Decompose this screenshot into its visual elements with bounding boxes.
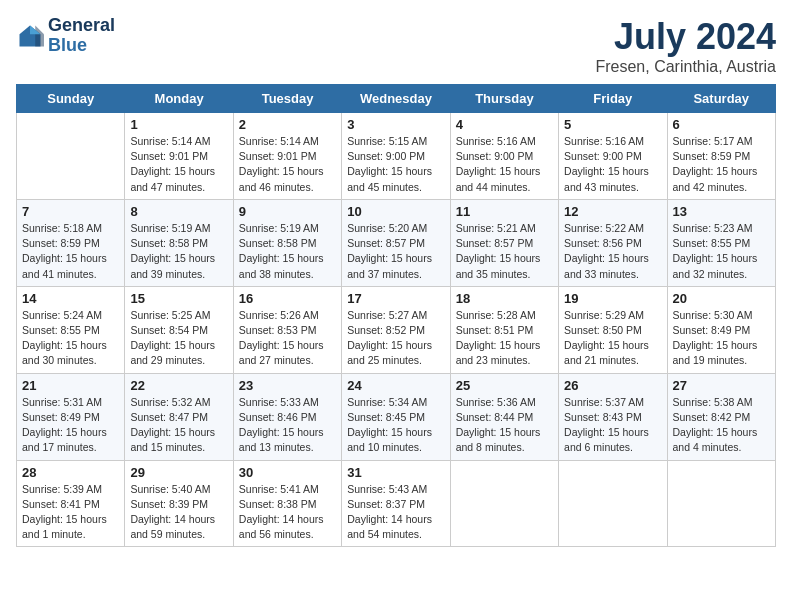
calendar-week-row: 14Sunrise: 5:24 AM Sunset: 8:55 PM Dayli… [17,286,776,373]
day-number: 27 [673,378,770,393]
day-number: 6 [673,117,770,132]
day-content: Sunrise: 5:31 AM Sunset: 8:49 PM Dayligh… [22,395,119,456]
day-number: 12 [564,204,661,219]
day-content: Sunrise: 5:36 AM Sunset: 8:44 PM Dayligh… [456,395,553,456]
calendar-cell: 4Sunrise: 5:16 AM Sunset: 9:00 PM Daylig… [450,113,558,200]
logo: General Blue [16,16,115,56]
calendar-cell [17,113,125,200]
day-content: Sunrise: 5:22 AM Sunset: 8:56 PM Dayligh… [564,221,661,282]
day-content: Sunrise: 5:21 AM Sunset: 8:57 PM Dayligh… [456,221,553,282]
calendar-cell: 31Sunrise: 5:43 AM Sunset: 8:37 PM Dayli… [342,460,450,547]
calendar-body: 1Sunrise: 5:14 AM Sunset: 9:01 PM Daylig… [17,113,776,547]
day-number: 18 [456,291,553,306]
calendar-cell: 28Sunrise: 5:39 AM Sunset: 8:41 PM Dayli… [17,460,125,547]
day-number: 9 [239,204,336,219]
weekday-header-cell: Sunday [17,85,125,113]
calendar-cell: 11Sunrise: 5:21 AM Sunset: 8:57 PM Dayli… [450,199,558,286]
month-year-title: July 2024 [595,16,776,58]
day-content: Sunrise: 5:16 AM Sunset: 9:00 PM Dayligh… [456,134,553,195]
day-number: 2 [239,117,336,132]
day-content: Sunrise: 5:23 AM Sunset: 8:55 PM Dayligh… [673,221,770,282]
calendar-week-row: 1Sunrise: 5:14 AM Sunset: 9:01 PM Daylig… [17,113,776,200]
day-content: Sunrise: 5:14 AM Sunset: 9:01 PM Dayligh… [130,134,227,195]
weekday-header-cell: Friday [559,85,667,113]
calendar-cell: 19Sunrise: 5:29 AM Sunset: 8:50 PM Dayli… [559,286,667,373]
page-header: General Blue July 2024 Fresen, Carinthia… [16,16,776,76]
day-number: 23 [239,378,336,393]
day-content: Sunrise: 5:17 AM Sunset: 8:59 PM Dayligh… [673,134,770,195]
calendar-cell: 17Sunrise: 5:27 AM Sunset: 8:52 PM Dayli… [342,286,450,373]
day-number: 31 [347,465,444,480]
day-number: 8 [130,204,227,219]
calendar-week-row: 7Sunrise: 5:18 AM Sunset: 8:59 PM Daylig… [17,199,776,286]
calendar-cell: 8Sunrise: 5:19 AM Sunset: 8:58 PM Daylig… [125,199,233,286]
day-number: 20 [673,291,770,306]
calendar-cell: 22Sunrise: 5:32 AM Sunset: 8:47 PM Dayli… [125,373,233,460]
calendar-cell: 5Sunrise: 5:16 AM Sunset: 9:00 PM Daylig… [559,113,667,200]
calendar-cell: 1Sunrise: 5:14 AM Sunset: 9:01 PM Daylig… [125,113,233,200]
weekday-header-cell: Saturday [667,85,775,113]
day-content: Sunrise: 5:41 AM Sunset: 8:38 PM Dayligh… [239,482,336,543]
day-number: 28 [22,465,119,480]
location-subtitle: Fresen, Carinthia, Austria [595,58,776,76]
svg-marker-1 [35,25,44,46]
day-content: Sunrise: 5:24 AM Sunset: 8:55 PM Dayligh… [22,308,119,369]
calendar-cell: 26Sunrise: 5:37 AM Sunset: 8:43 PM Dayli… [559,373,667,460]
day-number: 4 [456,117,553,132]
calendar-cell: 27Sunrise: 5:38 AM Sunset: 8:42 PM Dayli… [667,373,775,460]
day-number: 1 [130,117,227,132]
day-number: 5 [564,117,661,132]
calendar-cell: 12Sunrise: 5:22 AM Sunset: 8:56 PM Dayli… [559,199,667,286]
calendar-week-row: 21Sunrise: 5:31 AM Sunset: 8:49 PM Dayli… [17,373,776,460]
logo-icon [16,22,44,50]
day-content: Sunrise: 5:27 AM Sunset: 8:52 PM Dayligh… [347,308,444,369]
weekday-header-row: SundayMondayTuesdayWednesdayThursdayFrid… [17,85,776,113]
day-content: Sunrise: 5:40 AM Sunset: 8:39 PM Dayligh… [130,482,227,543]
day-content: Sunrise: 5:19 AM Sunset: 8:58 PM Dayligh… [239,221,336,282]
day-content: Sunrise: 5:18 AM Sunset: 8:59 PM Dayligh… [22,221,119,282]
calendar-cell: 2Sunrise: 5:14 AM Sunset: 9:01 PM Daylig… [233,113,341,200]
calendar-cell: 10Sunrise: 5:20 AM Sunset: 8:57 PM Dayli… [342,199,450,286]
day-number: 30 [239,465,336,480]
calendar-cell: 30Sunrise: 5:41 AM Sunset: 8:38 PM Dayli… [233,460,341,547]
day-content: Sunrise: 5:25 AM Sunset: 8:54 PM Dayligh… [130,308,227,369]
day-content: Sunrise: 5:15 AM Sunset: 9:00 PM Dayligh… [347,134,444,195]
day-number: 7 [22,204,119,219]
day-content: Sunrise: 5:34 AM Sunset: 8:45 PM Dayligh… [347,395,444,456]
day-number: 15 [130,291,227,306]
calendar-cell: 7Sunrise: 5:18 AM Sunset: 8:59 PM Daylig… [17,199,125,286]
logo-text: General Blue [48,16,115,56]
calendar-cell: 21Sunrise: 5:31 AM Sunset: 8:49 PM Dayli… [17,373,125,460]
day-number: 3 [347,117,444,132]
weekday-header-cell: Tuesday [233,85,341,113]
day-content: Sunrise: 5:14 AM Sunset: 9:01 PM Dayligh… [239,134,336,195]
calendar-cell [667,460,775,547]
day-number: 14 [22,291,119,306]
day-content: Sunrise: 5:32 AM Sunset: 8:47 PM Dayligh… [130,395,227,456]
day-content: Sunrise: 5:33 AM Sunset: 8:46 PM Dayligh… [239,395,336,456]
day-number: 19 [564,291,661,306]
day-content: Sunrise: 5:16 AM Sunset: 9:00 PM Dayligh… [564,134,661,195]
day-content: Sunrise: 5:43 AM Sunset: 8:37 PM Dayligh… [347,482,444,543]
day-number: 11 [456,204,553,219]
day-content: Sunrise: 5:19 AM Sunset: 8:58 PM Dayligh… [130,221,227,282]
day-number: 25 [456,378,553,393]
day-number: 29 [130,465,227,480]
day-content: Sunrise: 5:28 AM Sunset: 8:51 PM Dayligh… [456,308,553,369]
calendar-cell [559,460,667,547]
calendar-cell: 25Sunrise: 5:36 AM Sunset: 8:44 PM Dayli… [450,373,558,460]
day-content: Sunrise: 5:30 AM Sunset: 8:49 PM Dayligh… [673,308,770,369]
day-content: Sunrise: 5:20 AM Sunset: 8:57 PM Dayligh… [347,221,444,282]
calendar-cell: 14Sunrise: 5:24 AM Sunset: 8:55 PM Dayli… [17,286,125,373]
calendar-cell: 20Sunrise: 5:30 AM Sunset: 8:49 PM Dayli… [667,286,775,373]
weekday-header-cell: Thursday [450,85,558,113]
weekday-header-cell: Wednesday [342,85,450,113]
day-content: Sunrise: 5:38 AM Sunset: 8:42 PM Dayligh… [673,395,770,456]
day-number: 13 [673,204,770,219]
calendar-cell: 18Sunrise: 5:28 AM Sunset: 8:51 PM Dayli… [450,286,558,373]
calendar-cell: 29Sunrise: 5:40 AM Sunset: 8:39 PM Dayli… [125,460,233,547]
calendar-cell: 13Sunrise: 5:23 AM Sunset: 8:55 PM Dayli… [667,199,775,286]
calendar-cell: 6Sunrise: 5:17 AM Sunset: 8:59 PM Daylig… [667,113,775,200]
day-number: 21 [22,378,119,393]
calendar-cell: 3Sunrise: 5:15 AM Sunset: 9:00 PM Daylig… [342,113,450,200]
